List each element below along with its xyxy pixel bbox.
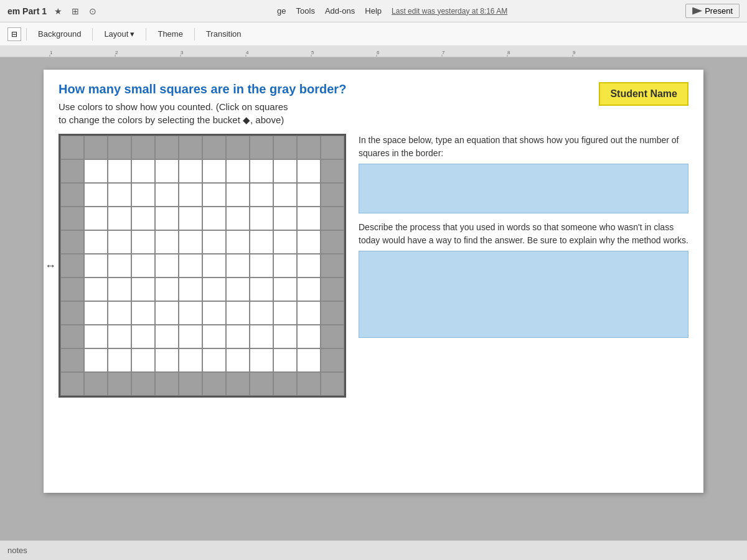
grid-cell[interactable] <box>321 136 344 159</box>
grid-cell[interactable] <box>273 254 297 278</box>
layout-button[interactable]: Layout ▾ <box>98 27 141 41</box>
grid-cell[interactable] <box>202 348 226 372</box>
grid-cell[interactable] <box>226 254 250 278</box>
grid-cell[interactable] <box>60 230 84 254</box>
grid-cell[interactable] <box>226 348 250 372</box>
grid-cell[interactable] <box>321 254 344 278</box>
grid-cell[interactable] <box>226 372 250 396</box>
grid-cell[interactable] <box>155 301 179 325</box>
grid-cell[interactable] <box>273 372 297 396</box>
grid-cell[interactable] <box>297 136 321 159</box>
grid-cell[interactable] <box>155 348 179 372</box>
grid-cell[interactable] <box>250 301 273 325</box>
transition-button[interactable]: Transition <box>200 27 248 41</box>
grid-cell[interactable] <box>84 183 108 207</box>
grid-cell[interactable] <box>60 254 84 278</box>
grid-cell[interactable] <box>250 230 273 254</box>
grid-cell[interactable] <box>131 254 155 278</box>
grid-cell[interactable] <box>131 136 155 159</box>
grid-cell[interactable] <box>179 254 202 278</box>
grid-cell[interactable] <box>226 230 250 254</box>
grid-cell[interactable] <box>179 230 202 254</box>
menu-tools[interactable]: Tools <box>296 6 315 16</box>
grid-cell[interactable] <box>321 325 344 348</box>
grid-cell[interactable] <box>131 372 155 396</box>
grid-cell[interactable] <box>155 159 179 183</box>
grid-cell[interactable] <box>202 372 226 396</box>
grid-cell[interactable] <box>179 301 202 325</box>
grid-cell[interactable] <box>131 230 155 254</box>
grid-cell[interactable] <box>108 325 131 348</box>
grid-cell[interactable] <box>250 183 273 207</box>
grid-cell[interactable] <box>297 230 321 254</box>
grid-cell[interactable] <box>179 183 202 207</box>
grid-cell[interactable] <box>297 183 321 207</box>
grid-cell[interactable] <box>60 207 84 230</box>
grid-cell[interactable] <box>297 372 321 396</box>
grid-cell[interactable] <box>155 372 179 396</box>
grid-cell[interactable] <box>273 348 297 372</box>
grid-cell[interactable] <box>250 372 273 396</box>
grid-cell[interactable] <box>202 207 226 230</box>
grid-cell[interactable] <box>226 301 250 325</box>
grid-cell[interactable] <box>108 207 131 230</box>
grid-cell[interactable] <box>155 183 179 207</box>
grid-cell[interactable] <box>226 278 250 301</box>
grid-cell[interactable] <box>179 207 202 230</box>
cloud-icon[interactable]: ⊙ <box>87 5 99 17</box>
grid-cell[interactable] <box>202 136 226 159</box>
grid-cell[interactable] <box>179 348 202 372</box>
grid-cell[interactable] <box>84 372 108 396</box>
grid-cell[interactable] <box>131 278 155 301</box>
grid-cell[interactable] <box>60 183 84 207</box>
background-button[interactable]: Background <box>32 27 87 41</box>
grid-cell[interactable] <box>250 325 273 348</box>
grid-cell[interactable] <box>131 301 155 325</box>
grid-cell[interactable] <box>297 254 321 278</box>
present-button[interactable]: Present <box>685 4 740 18</box>
grid-cell[interactable] <box>84 301 108 325</box>
grid-cell[interactable] <box>321 278 344 301</box>
grid-cell[interactable] <box>108 183 131 207</box>
grid-cell[interactable] <box>84 136 108 159</box>
grid-cell[interactable] <box>131 207 155 230</box>
grid-cell[interactable] <box>60 159 84 183</box>
grid-cell[interactable] <box>250 136 273 159</box>
grid-cell[interactable] <box>226 159 250 183</box>
save-icon[interactable]: ⊞ <box>69 5 82 17</box>
grid-cell[interactable] <box>84 230 108 254</box>
grid-cell[interactable] <box>155 207 179 230</box>
grid-cell[interactable] <box>108 348 131 372</box>
grid-cell[interactable] <box>84 254 108 278</box>
grid-cell[interactable] <box>131 325 155 348</box>
grid-cell[interactable] <box>60 301 84 325</box>
grid-cell[interactable] <box>273 183 297 207</box>
grid-cell[interactable] <box>297 159 321 183</box>
grid-cell[interactable] <box>273 301 297 325</box>
star-icon[interactable]: ★ <box>52 5 64 17</box>
menu-addons[interactable]: Add-ons <box>325 6 355 16</box>
grid-cell[interactable] <box>108 136 131 159</box>
grid-cell[interactable] <box>155 325 179 348</box>
grid-cell[interactable] <box>108 301 131 325</box>
grid-cell[interactable] <box>297 348 321 372</box>
grid-cell[interactable] <box>321 159 344 183</box>
grid-cell[interactable] <box>131 159 155 183</box>
grid-cell[interactable] <box>273 278 297 301</box>
grid-cell[interactable] <box>155 278 179 301</box>
grid-cell[interactable] <box>202 159 226 183</box>
grid-cell[interactable] <box>60 372 84 396</box>
grid-cell[interactable] <box>297 301 321 325</box>
describe-answer-box[interactable] <box>359 251 688 338</box>
grid-cell[interactable] <box>84 325 108 348</box>
grid-cell[interactable] <box>226 207 250 230</box>
grid-cell[interactable] <box>202 183 226 207</box>
grid-cell[interactable] <box>108 230 131 254</box>
grid-cell[interactable] <box>108 278 131 301</box>
menu-help[interactable]: Help <box>365 6 382 16</box>
grid-cell[interactable] <box>60 278 84 301</box>
grid-cell[interactable] <box>321 301 344 325</box>
grid-cell[interactable] <box>250 278 273 301</box>
grid-cell[interactable] <box>60 136 84 159</box>
grid-cell[interactable] <box>226 136 250 159</box>
